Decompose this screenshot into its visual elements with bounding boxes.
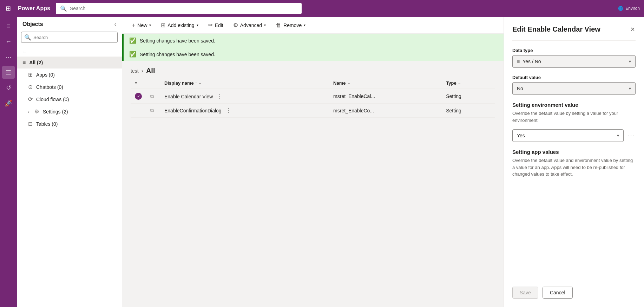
new-label: New xyxy=(137,22,147,28)
success-icon-1: ✅ xyxy=(129,37,136,44)
nav-hamburger[interactable]: ≡ xyxy=(2,20,15,32)
breadcrumb-parent[interactable]: test xyxy=(131,68,139,74)
sidebar-item-apps[interactable]: ⊞ Apps (0) xyxy=(17,68,122,81)
table-container: ≡ Display name ↑ ⌄ Name xyxy=(122,78,504,118)
row1-name: msret_EnableCal... xyxy=(329,89,442,104)
sidebar-item-chatbots-label: Chatbots (0) xyxy=(36,84,63,90)
sort-filter-icon[interactable]: ⌄ xyxy=(198,81,201,85)
setting-app-desc: Override the default value and environme… xyxy=(512,157,636,178)
select-all-icon[interactable]: ≡ xyxy=(135,80,138,86)
row2-display-name-text: EnableConfirmationDialog xyxy=(164,108,222,113)
row2-check[interactable] xyxy=(131,104,146,118)
main-layout: ≡ ← ⋯ ☰ ↺ 🚀 Objects ‹ 🔍 ← ≡ All (2) ⊞ Ap… xyxy=(0,17,644,307)
remove-button[interactable]: 🗑 Remove ▾ xyxy=(271,20,310,31)
remove-label: Remove xyxy=(283,22,302,28)
sidebar-item-chatbots[interactable]: ⊙ Chatbots (0) xyxy=(17,81,122,93)
row1-display-name-text: Enable Calendar View xyxy=(164,94,213,99)
th-display-name[interactable]: Display name ↑ ⌄ xyxy=(160,78,329,89)
nav-back[interactable]: ← xyxy=(2,35,15,48)
sidebar-item-apps-label: Apps (0) xyxy=(36,72,55,78)
sidebar-search-input[interactable] xyxy=(33,35,114,40)
env-block[interactable]: 🌐 Environ xyxy=(618,6,640,11)
add-existing-icon: ⊞ xyxy=(161,22,165,28)
panel-title: Edit Enable Calendar View xyxy=(512,25,630,33)
sidebar-item-cloudflows-label: Cloud flows (0) xyxy=(36,97,69,102)
default-value-dropdown[interactable]: No ▾ xyxy=(512,82,636,95)
display-name-label: Display name xyxy=(164,80,194,86)
banner-message-1: Setting changes have been saved. xyxy=(140,38,215,44)
env-icon: 🌐 xyxy=(618,6,623,11)
th-name[interactable]: Name ⌄ xyxy=(329,78,442,89)
sidebar-search-box[interactable]: 🔍 xyxy=(21,32,118,43)
sidebar-back-btn[interactable]: ← xyxy=(17,47,122,57)
grid-icon[interactable]: ⊞ xyxy=(4,3,12,14)
row1-copy-icon[interactable]: ⧉ xyxy=(146,89,160,104)
new-chevron-icon: ▾ xyxy=(149,23,151,27)
save-button[interactable]: Save xyxy=(512,287,538,299)
nav-history[interactable]: ↺ xyxy=(2,81,15,94)
sidebar-collapse-btn[interactable]: ‹ xyxy=(114,21,116,27)
row1-type: Setting xyxy=(442,89,495,104)
name-label: Name xyxy=(333,80,346,86)
search-icon: 🔍 xyxy=(60,5,67,12)
env-more-btn[interactable]: ⋯ xyxy=(626,130,636,141)
sort-asc-icon[interactable]: ↑ xyxy=(195,81,197,85)
sidebar-title: Objects xyxy=(22,21,43,27)
panel-close-btn[interactable]: ✕ xyxy=(630,25,636,33)
th-type[interactable]: Type ⌄ xyxy=(442,78,495,89)
row1-check[interactable]: ✓ xyxy=(131,89,146,104)
row1-display-name[interactable]: Enable Calendar View ⋮ xyxy=(160,89,329,104)
env-value-chevron: ▾ xyxy=(617,133,619,138)
new-button[interactable]: + New ▾ xyxy=(128,20,155,31)
toolbar: + New ▾ ⊞ Add existing ▾ ✏ Edit ⚙ Advanc… xyxy=(122,17,504,34)
type-sort-icon[interactable]: ⌄ xyxy=(458,81,461,85)
data-type-label: Data type xyxy=(512,48,636,53)
breadcrumb-current: All xyxy=(146,67,155,75)
top-search-box[interactable]: 🔍 xyxy=(56,3,302,14)
default-value-chevron: ▾ xyxy=(629,86,631,91)
name-sort-icon[interactable]: ⌄ xyxy=(347,81,350,85)
env-name: Environ xyxy=(625,6,640,11)
row2-type: Setting xyxy=(442,104,495,118)
back-icon: ← xyxy=(22,49,27,54)
row2-name: msret_EnableCo... xyxy=(329,104,442,118)
setting-app-section: Setting app values Override the default … xyxy=(512,149,636,183)
sidebar-item-all[interactable]: ≡ All (2) xyxy=(17,57,122,68)
type-label: Type xyxy=(446,80,456,86)
sidebar-item-cloudflows[interactable]: ⟳ Cloud flows (0) xyxy=(17,93,122,105)
chatbots-icon: ⊙ xyxy=(28,84,33,90)
data-type-dropdown[interactable]: ≡ Yes / No ▾ xyxy=(512,55,636,68)
sidebar-search-icon: 🔍 xyxy=(24,34,31,41)
table-row[interactable]: ⧉ EnableConfirmationDialog ⋮ msret_Enabl… xyxy=(131,104,495,118)
breadcrumb: test › All xyxy=(122,61,504,78)
top-search-input[interactable] xyxy=(70,6,297,11)
env-value-dropdown[interactable]: Yes ▾ xyxy=(512,129,624,142)
row2-copy-icon[interactable]: ⧉ xyxy=(146,104,160,118)
sidebar-item-settings[interactable]: › ⚙ Settings (2) xyxy=(17,105,122,118)
app-logo: Power Apps xyxy=(18,5,50,12)
sidebar-item-tables[interactable]: ⊟ Tables (0) xyxy=(17,118,122,130)
all-icon: ≡ xyxy=(22,59,26,66)
edit-button[interactable]: ✏ Edit xyxy=(204,20,228,31)
tables-icon: ⊟ xyxy=(28,120,33,127)
right-panel: Edit Enable Calendar View ✕ Data type ≡ … xyxy=(504,17,644,307)
advanced-button[interactable]: ⚙ Advanced ▾ xyxy=(229,20,270,31)
cancel-button[interactable]: Cancel xyxy=(543,287,573,299)
sidebar-item-settings-label: Settings (2) xyxy=(43,109,68,115)
nav-dots[interactable]: ⋯ xyxy=(2,51,15,63)
row1-menu-icon[interactable]: ⋮ xyxy=(217,93,223,99)
sidebar-item-tables-label: Tables (0) xyxy=(36,121,58,127)
row2-display-name[interactable]: EnableConfirmationDialog ⋮ xyxy=(160,104,329,118)
nav-objects[interactable]: ☰ xyxy=(2,66,15,79)
row2-menu-icon[interactable]: ⋮ xyxy=(225,107,231,113)
table-row[interactable]: ✓ ⧉ Enable Calendar View ⋮ msret_EnableC… xyxy=(131,89,495,104)
new-icon: + xyxy=(132,22,135,28)
sidebar-item-all-label: All (2) xyxy=(29,60,43,65)
success-icon-2: ✅ xyxy=(129,51,136,58)
env-value-row: Yes ▾ ⋯ xyxy=(512,129,636,142)
add-existing-button[interactable]: ⊞ Add existing ▾ xyxy=(157,20,202,31)
default-value-label: Default value xyxy=(512,75,636,80)
nav-rocket[interactable]: 🚀 xyxy=(2,97,15,110)
default-value-text: No xyxy=(517,86,523,91)
setting-env-desc: Override the default value by setting a … xyxy=(512,110,636,124)
